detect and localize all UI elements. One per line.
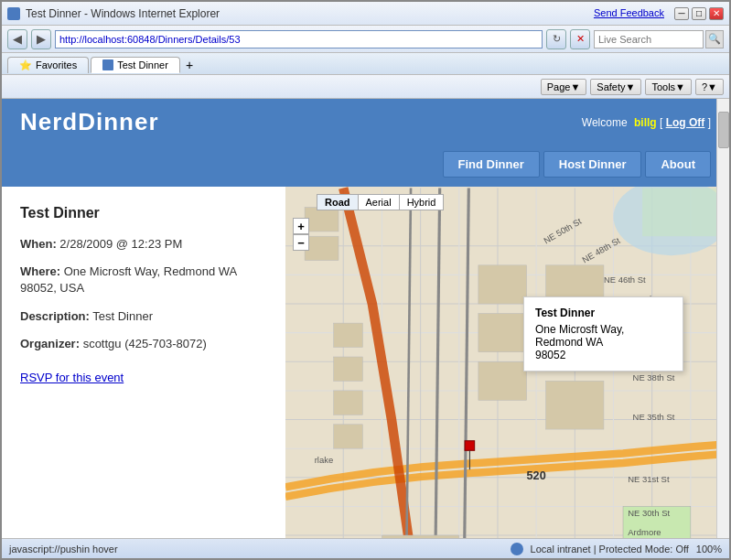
map-controls: + − [293,194,309,251]
map-container[interactable]: Road Aerial Hybrid + − [285,187,729,538]
content-area: NerdDinner Welcome billg [ Log Off ] Fin… [2,99,729,538]
map-type-road[interactable]: Road [317,195,359,210]
svg-rect-59 [465,441,475,451]
organizer-row: Organizer: scottgu (425-703-8072) [20,336,267,352]
svg-text:NE 30th St: NE 30th St [628,508,670,518]
map-type-aerial[interactable]: Aerial [359,195,400,210]
scrollbar-thumb[interactable] [718,112,729,148]
address-text: http://localhost:60848/Dinners/Details/5… [59,34,241,45]
when-row: When: 2/28/2009 @ 12:23 PM [20,236,267,253]
close-button[interactable]: ✕ [709,7,724,20]
description-value: Test Dinner [92,309,153,323]
where-label: Where: [20,264,60,278]
browser-toolbar2: Page▼ Safety▼ Tools▼ ?▼ [2,75,729,99]
svg-text:NE 28th St: NE 28th St [628,537,670,538]
status-bar: javascript://pushin hover Local intranet… [2,538,729,558]
new-tab-button[interactable]: + [182,58,197,72]
rsvp-link[interactable]: RSVP for this event [20,371,124,384]
map-type-hybrid[interactable]: Hybrid [400,195,444,210]
scrollbar[interactable] [716,99,729,538]
svg-text:NE 31st St: NE 31st St [628,474,670,484]
host-dinner-button[interactable]: Host Dinner [543,151,642,178]
description-row: Description: Test Dinner [20,308,267,325]
when-value: 2/28/2009 @ 12:23 PM [59,237,182,251]
dinner-info: Test Dinner When: 2/28/2009 @ 12:23 PM W… [2,187,285,538]
svg-text:NE 38th St: NE 38th St [633,372,675,382]
svg-text:NE 35th St: NE 35th St [633,412,675,422]
content-wrapper: NerdDinner Welcome billg [ Log Off ] Fin… [2,99,729,538]
site-title: NerdDinner [20,108,159,136]
stop-button[interactable]: ✕ [570,29,590,49]
tools-menu-button[interactable]: Tools▼ [645,79,692,95]
map-popup-title: Test Dinner [535,307,672,319]
zoom-in-button[interactable]: + [293,218,309,234]
back-button[interactable]: ◀ [7,29,27,49]
browser-window: Test Dinner - Windows Internet Explorer … [0,0,731,560]
welcome-label: Welcome [582,116,628,129]
svg-rect-39 [334,391,363,415]
browser-icon [7,7,20,20]
address-bar[interactable]: http://localhost:60848/Dinners/Details/5… [55,30,543,48]
map-popup: Test Dinner One Microsft Way, Redmond WA… [523,296,683,372]
svg-rect-31 [478,265,527,304]
main-content: Test Dinner When: 2/28/2009 @ 12:23 PM W… [2,187,729,538]
svg-rect-37 [334,323,363,347]
where-row: Where: One Microsft Way, Redmond WA 9805… [20,264,267,296]
svg-text:NE 46th St: NE 46th St [604,275,646,285]
dinner-title: Test Dinner [20,205,267,221]
navigation-toolbar: ◀ ▶ http://localhost:60848/Dinners/Detai… [2,26,729,53]
page-menu-button[interactable]: Page▼ [541,79,587,95]
test-dinner-tab[interactable]: Test Dinner [91,57,180,73]
map-area: Road Aerial Hybrid + − [285,187,729,538]
site-header: NerdDinner Welcome billg [ Log Off ] [2,99,729,145]
svg-rect-33 [478,361,527,400]
logout-link[interactable]: Log Off [666,116,705,129]
favorites-label: Favorites [36,59,77,70]
svg-rect-32 [478,314,527,352]
about-button[interactable]: About [645,151,711,178]
safety-menu-button[interactable]: Safety▼ [590,79,641,95]
favorites-tab[interactable]: ⭐ Favorites [7,57,89,73]
svg-rect-29 [305,208,339,232]
zoom-out-button[interactable]: − [293,234,309,251]
tab-label: Test Dinner [117,59,168,70]
zone-text: Local intranet | Protected Mode: Off [531,544,689,555]
restore-button[interactable]: □ [692,7,706,20]
svg-rect-41 [382,535,458,538]
search-input[interactable] [594,30,704,48]
title-bar-left: Test Dinner - Windows Internet Explorer [7,7,220,20]
map-type-tabs: Road Aerial Hybrid [317,194,444,210]
tabs-row: ⭐ Favorites Test Dinner + [2,53,729,75]
status-text: javascript://pushin hover [9,544,118,555]
forward-button[interactable]: ▶ [31,29,51,49]
bracket-left: [ [660,116,666,129]
username-link[interactable]: billg [634,116,657,129]
search-button[interactable]: 🔍 [705,30,724,48]
zone-icon [511,543,523,555]
map-popup-line2: 98052 [535,349,672,361]
svg-rect-40 [334,425,363,448]
refresh-button[interactable]: ↻ [546,29,566,49]
title-bar: Test Dinner - Windows Internet Explorer … [2,2,729,26]
svg-text:520: 520 [527,469,546,482]
nav-bar: Find Dinner Host Dinner About [2,145,729,187]
svg-text:Ardmore: Ardmore [628,527,661,537]
tab-favicon [102,59,113,70]
send-feedback-link[interactable]: Send Feedback [594,7,664,20]
help-menu-button[interactable]: ?▼ [695,79,724,95]
browser-title: Test Dinner - Windows Internet Explorer [26,7,220,20]
bracket-right: ] [708,116,711,129]
welcome-area: Welcome billg [ Log Off ] [582,116,711,129]
title-bar-controls: Send Feedback ─ □ ✕ [594,7,724,20]
minimize-button[interactable]: ─ [674,7,689,20]
map-popup-line1: One Microsft Way, Redmond WA [535,323,672,349]
svg-rect-36 [546,381,604,429]
zoom-level: 100% [696,544,722,555]
svg-rect-30 [305,236,339,260]
search-area: 🔍 [594,30,724,48]
find-dinner-button[interactable]: Find Dinner [443,151,540,178]
organizer-label: Organizer: [20,337,80,350]
svg-text:rlake: rlake [315,455,334,465]
svg-rect-38 [334,357,363,381]
when-label: When: [20,237,57,251]
